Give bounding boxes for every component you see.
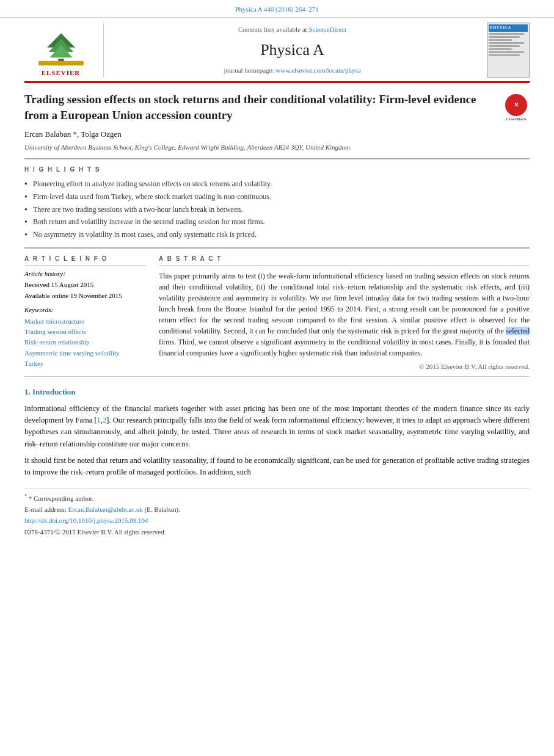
elsevier-label: ELSEVIER: [42, 68, 81, 78]
contents-line: Contents lists available at ScienceDirec…: [110, 25, 475, 34]
homepage-line: journal homepage: www.elsevier.com/locat…: [110, 66, 475, 75]
highlights-label: H I G H L I G H T S: [24, 165, 530, 174]
highlights-section: H I G H L I G H T S Pioneering effort to…: [24, 165, 530, 241]
sciencedirect-link[interactable]: ScienceDirect: [308, 26, 346, 33]
affiliation-line: University of Aberdeen Business School, …: [24, 143, 530, 152]
highlight-item: No asymmetry in volatility in most cases…: [24, 228, 530, 241]
corresponding-note: * * Corresponding author.: [24, 493, 530, 503]
divider-after-highlights: [24, 247, 530, 249]
authors-line: Ercan Balaban *, Tolga Ozgen: [24, 129, 530, 140]
journal-reference-link[interactable]: Physica A 446 (2016) 264–271: [235, 5, 318, 13]
article-info-label: A R T I C L E I N F O: [24, 255, 147, 266]
introduction-paragraph-1: Informational efficiency of the financia…: [24, 403, 530, 451]
introduction-paragraph-2: It should first be noted that return and…: [24, 455, 530, 479]
crossmark-label: CrossMark: [505, 117, 527, 122]
article-info-abstract-layout: A R T I C L E I N F O Article history: R…: [24, 255, 530, 371]
highlight-item: Firm-level data used from Turkey, where …: [24, 191, 530, 203]
highlights-list: Pioneering effort to analyze trading ses…: [24, 178, 530, 241]
crossmark-widget[interactable]: ✕ CrossMark: [505, 92, 530, 122]
svg-rect-4: [38, 61, 84, 65]
keywords-label: Keywords:: [24, 305, 147, 314]
homepage-link[interactable]: www.elsevier.com/locate/physa: [275, 67, 360, 74]
received-date: Received 15 August 2015: [24, 280, 147, 289]
journal-logo: ELSEVIER: [24, 23, 104, 78]
journal-center: Contents lists available at ScienceDirec…: [104, 23, 481, 78]
ref-link-2[interactable]: 2: [103, 416, 106, 424]
footer-notes: * * Corresponding author. E-mail address…: [24, 489, 530, 537]
elsevier-tree-icon: [37, 31, 86, 67]
keyword-item[interactable]: Market microstructure: [24, 317, 147, 326]
crossmark-icon: ✕: [505, 94, 527, 116]
doi-link[interactable]: http://dx.doi.org/10.1016/j.physa.2015.0…: [24, 517, 148, 524]
keyword-item[interactable]: Trading session effects: [24, 327, 147, 336]
abstract-column: A B S T R A C T This paper primarily aim…: [159, 255, 530, 371]
top-bar: Physica A 446 (2016) 264–271: [0, 0, 554, 18]
email-footnote: E-mail address: Ercan.Balaban@abdn.ac.uk…: [24, 505, 530, 514]
article-info-column: A R T I C L E I N F O Article history: R…: [24, 255, 147, 371]
divider-after-affiliation: [24, 158, 530, 159]
journal-cover: PHYSICA: [481, 23, 530, 78]
article-content: Trading session effects on stock returns…: [24, 83, 530, 479]
ref-link-1[interactable]: 1: [97, 416, 101, 424]
journal-header: ELSEVIER Contents lists available at Sci…: [24, 23, 530, 83]
cover-title: PHYSICA: [489, 24, 528, 32]
email-link[interactable]: Ercan.Balaban@abdn.ac.uk: [68, 506, 142, 513]
doi-line: http://dx.doi.org/10.1016/j.physa.2015.0…: [24, 516, 530, 525]
keyword-item[interactable]: Risk–return relationship: [24, 338, 147, 347]
copyright-line: © 2015 Elsevier B.V. All rights reserved…: [159, 362, 530, 371]
highlight-item: Pioneering effort to analyze trading ses…: [24, 178, 530, 191]
introduction-section: 1. Introduction Informational efficiency…: [24, 387, 530, 478]
article-history-label: Article history:: [24, 269, 147, 278]
highlight-item: Both return and volatility increase in t…: [24, 216, 530, 228]
abstract-label: A B S T R A C T: [159, 255, 530, 266]
issn-line: 0378-4371/© 2015 Elsevier B.V. All right…: [24, 528, 530, 537]
divider-after-abstract: [24, 376, 530, 377]
journal-cover-image: PHYSICA: [487, 23, 530, 78]
highlight-item: There are two trading sessions with a tw…: [24, 203, 530, 216]
article-title: Trading session effects on stock returns…: [24, 92, 505, 123]
keyword-item[interactable]: Asymmetric time varying volatility: [24, 349, 147, 358]
abstract-text: This paper primarily aims to test (i) th…: [159, 271, 530, 358]
authors-text: Ercan Balaban *, Tolga Ozgen: [24, 129, 122, 139]
journal-name: Physica A: [110, 39, 475, 61]
selected-word-highlight: selected: [506, 327, 530, 335]
keyword-item[interactable]: Turkey: [24, 359, 147, 368]
introduction-heading: 1. Introduction: [24, 387, 530, 398]
article-title-block: Trading session effects on stock returns…: [24, 92, 530, 123]
available-online-date: Available online 19 November 2015: [24, 291, 147, 300]
